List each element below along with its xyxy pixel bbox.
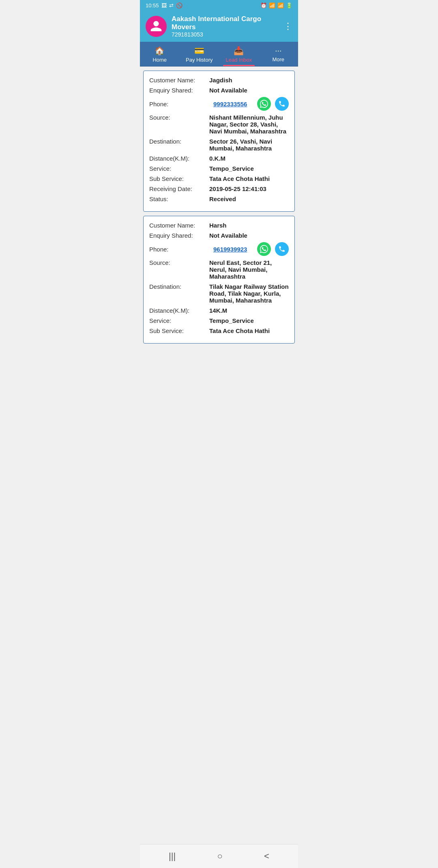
tab-home[interactable]: 🏠 Home xyxy=(140,42,180,66)
image-icon: 🖼 xyxy=(161,2,167,9)
call-button-1[interactable] xyxy=(275,97,289,111)
sub-service-value-1: Tata Ace Chota Hathi xyxy=(209,175,289,182)
tab-pay-history-label: Pay History xyxy=(186,57,213,63)
tab-more-label: More xyxy=(272,56,284,62)
enquiry-shared-label-1: Enquiry Shared: xyxy=(149,87,209,94)
no-sim-icon: 🚫 xyxy=(176,2,182,9)
enquiry-shared-value-1: Not Available xyxy=(209,87,289,94)
destination-value-1: Sector 26, Vashi, Navi Mumbai, Maharasht… xyxy=(209,138,289,152)
avatar xyxy=(146,16,167,37)
sub-service-label-1: Sub Service: xyxy=(149,175,209,182)
customer-name-value-2: Harsh xyxy=(209,222,289,229)
phone-row-1: Phone: 9992333556 xyxy=(149,97,289,111)
status-bar-right: ⏰ 📶 📶 🔋 xyxy=(260,2,292,9)
phone-value-2[interactable]: 9619939923 xyxy=(213,246,253,253)
customer-name-label-2: Customer Name: xyxy=(149,222,209,229)
phone-icon-2 xyxy=(278,245,286,253)
status-bar-left: 10:55 🖼 ⇄ 🚫 xyxy=(146,2,182,9)
company-name: Aakash International Cargo Movers xyxy=(172,15,279,31)
sub-service-label-2: Sub Service: xyxy=(149,327,209,334)
destination-label-2: Destination: xyxy=(149,283,209,290)
header-info: Aakash International Cargo Movers 729181… xyxy=(172,15,279,38)
service-value-2: Tempo_Service xyxy=(209,317,289,324)
lead-card-1: Customer Name: Jagdish Enquiry Shared: N… xyxy=(143,71,295,212)
signal-icon: 📶 xyxy=(277,2,284,9)
phone-icons-2 xyxy=(257,242,289,256)
service-value-1: Tempo_Service xyxy=(209,165,289,172)
alarm-icon: ⏰ xyxy=(260,2,267,9)
whatsapp-icon-2 xyxy=(260,245,268,253)
destination-label-1: Destination: xyxy=(149,138,209,145)
distance-value-1: 0.K.M xyxy=(209,155,289,162)
lead-card-2: Customer Name: Harsh Enquiry Shared: Not… xyxy=(143,216,295,344)
tab-lead-inbox[interactable]: 📥 Lead Inbox xyxy=(219,42,259,66)
phone-label-2: Phone: xyxy=(149,246,209,253)
tab-pay-history[interactable]: 💳 Pay History xyxy=(180,42,219,66)
whatsapp-button-1[interactable] xyxy=(257,97,271,111)
destination-row-1: Destination: Sector 26, Vashi, Navi Mumb… xyxy=(149,138,289,152)
source-value-2: Nerul East, Sector 21, Nerul, Navi Mumba… xyxy=(209,259,289,280)
status-time: 10:55 xyxy=(146,2,159,9)
phone-icons-1 xyxy=(257,97,289,111)
source-row-1: Source: Nishant Millennium, Juhu Nagar, … xyxy=(149,114,289,135)
tab-more[interactable]: ··· More xyxy=(259,42,298,66)
whatsapp-button-2[interactable] xyxy=(257,242,271,256)
distance-label-2: Distance(K.M): xyxy=(149,307,209,314)
service-label-2: Service: xyxy=(149,317,209,324)
distance-row-1: Distance(K.M): 0.K.M xyxy=(149,155,289,162)
person-icon xyxy=(150,20,163,33)
card-icon: 💳 xyxy=(194,46,204,56)
tab-home-label: Home xyxy=(152,57,167,63)
app-header: Aakash International Cargo Movers 729181… xyxy=(140,11,298,42)
distance-row-2: Distance(K.M): 14K.M xyxy=(149,307,289,314)
phone-label-1: Phone: xyxy=(149,101,209,107)
nav-tabs: 🏠 Home 💳 Pay History 📥 Lead Inbox ··· Mo… xyxy=(140,42,298,67)
status-value-1: Received xyxy=(209,196,289,202)
sub-service-row-2: Sub Service: Tata Ace Chota Hathi xyxy=(149,327,289,334)
enquiry-shared-label-2: Enquiry Shared: xyxy=(149,232,209,239)
leads-content: Customer Name: Jagdish Enquiry Shared: N… xyxy=(140,67,298,348)
enquiry-shared-row-1: Enquiry Shared: Not Available xyxy=(149,87,289,94)
receiving-date-value-1: 2019-05-25 12:41:03 xyxy=(209,185,289,192)
header-left: Aakash International Cargo Movers 729181… xyxy=(146,15,279,38)
receiving-date-label-1: Receiving Date: xyxy=(149,185,209,192)
wifi-icon: 📶 xyxy=(269,2,275,9)
service-label-1: Service: xyxy=(149,165,209,172)
phone-row-2: Phone: 9619939923 xyxy=(149,242,289,256)
status-bar: 10:55 🖼 ⇄ 🚫 ⏰ 📶 📶 🔋 xyxy=(140,0,298,11)
tab-lead-inbox-label: Lead Inbox xyxy=(226,57,252,63)
phone-value-1[interactable]: 9992333556 xyxy=(213,101,253,107)
destination-row-2: Destination: Tilak Nagar Railway Station… xyxy=(149,283,289,304)
more-icon: ··· xyxy=(275,46,282,55)
service-row-2: Service: Tempo_Service xyxy=(149,317,289,324)
receiving-date-row-1: Receiving Date: 2019-05-25 12:41:03 xyxy=(149,185,289,192)
whatsapp-icon xyxy=(260,100,268,108)
service-row-1: Service: Tempo_Service xyxy=(149,165,289,172)
enquiry-shared-row-2: Enquiry Shared: Not Available xyxy=(149,232,289,239)
customer-name-value-1: Jagdish xyxy=(209,77,289,84)
source-label-1: Source: xyxy=(149,114,209,121)
source-row-2: Source: Nerul East, Sector 21, Nerul, Na… xyxy=(149,259,289,280)
customer-name-row-1: Customer Name: Jagdish xyxy=(149,77,289,84)
destination-value-2: Tilak Nagar Railway Station Road, Tilak … xyxy=(209,283,289,304)
enquiry-shared-value-2: Not Available xyxy=(209,232,289,239)
sub-service-value-2: Tata Ace Chota Hathi xyxy=(209,327,289,334)
transfer-icon: ⇄ xyxy=(169,2,174,9)
status-row-1: Status: Received xyxy=(149,196,289,202)
header-phone: 7291813053 xyxy=(172,31,279,38)
inbox-icon: 📥 xyxy=(234,46,244,56)
sub-service-row-1: Sub Service: Tata Ace Chota Hathi xyxy=(149,175,289,182)
source-value-1: Nishant Millennium, Juhu Nagar, Sector 2… xyxy=(209,114,289,135)
battery-icon: 🔋 xyxy=(286,2,292,9)
home-icon: 🏠 xyxy=(155,46,165,56)
call-button-2[interactable] xyxy=(275,242,289,256)
customer-name-row-2: Customer Name: Harsh xyxy=(149,222,289,229)
status-label-1: Status: xyxy=(149,196,209,202)
distance-value-2: 14K.M xyxy=(209,307,289,314)
source-label-2: Source: xyxy=(149,259,209,266)
phone-icon xyxy=(278,100,286,107)
customer-name-label-1: Customer Name: xyxy=(149,77,209,84)
header-menu-button[interactable]: ⋮ xyxy=(283,21,292,32)
distance-label-1: Distance(K.M): xyxy=(149,155,209,162)
